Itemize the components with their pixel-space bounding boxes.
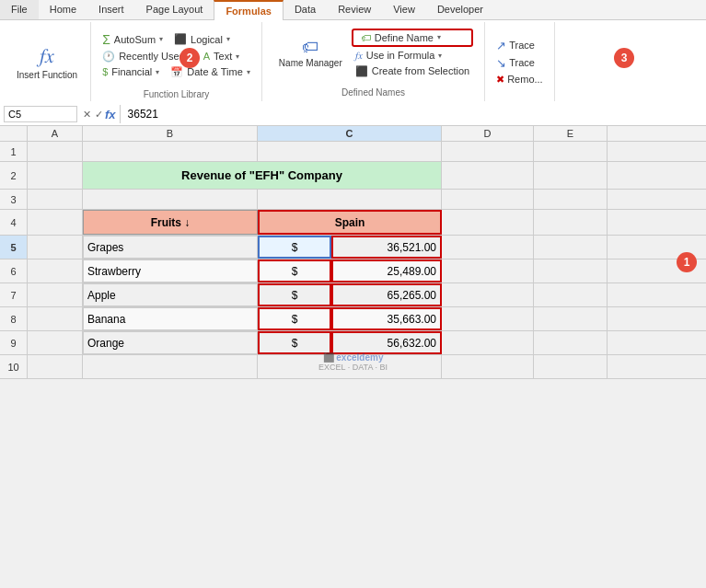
cell-e3[interactable]	[442, 190, 534, 209]
fruits-header[interactable]: Fruits ↓	[83, 210, 258, 235]
title-cell[interactable]: Revenue of "EFH" Company	[83, 162, 442, 189]
define-name-dropdown[interactable]: ▾	[437, 33, 441, 41]
orange-label[interactable]: Orange	[83, 331, 258, 354]
cell-b4[interactable]	[28, 210, 83, 235]
tab-developer[interactable]: Developer	[426, 0, 494, 19]
grapes-label[interactable]: Grapes	[83, 236, 258, 259]
strawberry-dollar[interactable]: $	[258, 259, 331, 282]
text-button[interactable]: A Text ▾	[200, 50, 244, 63]
cell-e10[interactable]	[442, 355, 534, 378]
name-box[interactable]	[4, 106, 77, 122]
cell-f3[interactable]	[534, 190, 608, 209]
use-in-formula-button[interactable]: 𝑓𝑥 Use in Formula ▾	[352, 49, 473, 63]
apple-label[interactable]: Apple	[83, 283, 258, 306]
trace-precedents-button[interactable]: ↗ Trace	[492, 38, 547, 53]
orange-dollar[interactable]: $	[258, 331, 331, 354]
cell-e5[interactable]	[442, 236, 534, 259]
cancel-button[interactable]: ✕	[81, 107, 93, 122]
cell-f1[interactable]	[534, 142, 608, 161]
cell-b1[interactable]	[28, 142, 83, 161]
strawberry-amount[interactable]: 25,489.00	[331, 259, 442, 282]
text-dropdown[interactable]: ▾	[236, 52, 239, 61]
function-library-label: Function Library	[144, 86, 210, 99]
remove-arrows-button[interactable]: ✖ Remo...	[492, 73, 547, 86]
spreadsheet-area: A B C D E 1 2 3 4 5 6 7 8 9 10	[0, 126, 706, 379]
autosum-dropdown[interactable]: ▾	[159, 35, 163, 43]
cell-c3[interactable]	[83, 190, 258, 209]
tab-view[interactable]: View	[382, 0, 426, 19]
cell-b3[interactable]	[28, 190, 83, 209]
grapes-amount[interactable]: 36,521.00	[331, 236, 442, 259]
cell-f2[interactable]	[534, 162, 608, 189]
grapes-text: Grapes	[87, 241, 123, 254]
insert-function-button[interactable]: 𝑓𝑥 Insert Function	[11, 42, 83, 82]
spain-header[interactable]: Spain	[258, 210, 442, 235]
cell-e1[interactable]	[442, 142, 534, 161]
use-in-formula-dropdown[interactable]: ▾	[438, 52, 442, 60]
cell-f6[interactable]	[534, 259, 608, 282]
orange-amount[interactable]: 56,632.00	[331, 331, 442, 354]
confirm-button[interactable]: ✓	[93, 107, 105, 122]
date-time-button[interactable]: 📅 Date & Time ▾	[167, 65, 254, 79]
tab-formulas[interactable]: Formulas	[214, 0, 284, 20]
financial-dropdown[interactable]: ▾	[156, 68, 159, 76]
insert-function-label: Insert Function	[17, 70, 77, 80]
cell-f7[interactable]	[534, 283, 608, 306]
cell-e8[interactable]	[442, 307, 534, 330]
financial-button[interactable]: $ Financial ▾	[98, 65, 163, 78]
cell-b10[interactable]	[28, 355, 83, 378]
row-num-5: 5	[0, 236, 27, 259]
cell-e4[interactable]	[442, 210, 534, 235]
cell-e7[interactable]	[442, 283, 534, 306]
cell-c10[interactable]	[83, 355, 258, 378]
cell-b9[interactable]	[28, 331, 83, 354]
logical-button[interactable]: ⬛ Logical ▾	[170, 32, 234, 46]
cell-f9[interactable]	[534, 331, 608, 354]
col-header-b: B	[83, 126, 258, 141]
cell-e2[interactable]	[442, 162, 534, 189]
cell-f10[interactable]	[534, 355, 608, 378]
apple-amount[interactable]: 65,265.00	[331, 283, 442, 306]
tab-page-layout[interactable]: Page Layout	[135, 0, 214, 19]
grapes-value[interactable]: $	[258, 236, 331, 259]
cell-b6[interactable]	[28, 259, 83, 282]
cell-d3[interactable]	[258, 190, 442, 209]
table-row: Revenue of "EFH" Company	[28, 162, 706, 190]
tab-home[interactable]: Home	[39, 0, 87, 19]
banana-label[interactable]: Banana	[83, 307, 258, 330]
cell-b7[interactable]	[28, 283, 83, 306]
cell-e6[interactable]	[442, 259, 534, 282]
cell-f4[interactable]	[534, 210, 608, 235]
logical-dropdown[interactable]: ▾	[226, 35, 230, 43]
create-from-selection-button[interactable]: ⬛ Create from Selection	[352, 64, 473, 78]
cell-c1[interactable]	[83, 142, 258, 161]
formula-input[interactable]	[126, 106, 702, 122]
strawberry-label[interactable]: Strawberry	[83, 259, 258, 282]
cell-b8[interactable]	[28, 307, 83, 330]
cell-b5[interactable]	[28, 236, 83, 259]
cell-f8[interactable]	[534, 307, 608, 330]
banana-amount-text: 35,663.00	[388, 313, 436, 326]
cell-b2[interactable]	[28, 162, 83, 189]
column-headers: A B C D E	[0, 126, 706, 142]
date-time-dropdown[interactable]: ▾	[247, 68, 250, 76]
tab-data[interactable]: Data	[284, 0, 327, 19]
define-name-button[interactable]: 🏷 Define Name ▾	[357, 31, 445, 44]
banana-dollar[interactable]: $	[258, 307, 331, 330]
tab-insert[interactable]: Insert	[87, 0, 135, 19]
trace-dependents-button[interactable]: ↘ Trace	[492, 55, 547, 71]
apple-dollar[interactable]: $	[258, 283, 331, 306]
autosum-button[interactable]: Σ AutoSum ▾	[98, 31, 167, 48]
tab-file[interactable]: File	[0, 0, 39, 19]
cell-f5[interactable]	[534, 236, 608, 259]
row-num-1: 1	[0, 142, 27, 162]
name-manager-button[interactable]: 🏷 Name Manager	[273, 36, 348, 71]
trace-precedents-icon: ↗	[496, 39, 506, 52]
orange-text: Orange	[87, 337, 124, 350]
ribbon-tabs: File Home Insert Page Layout Formulas Da…	[0, 0, 706, 20]
function-icon: 𝑓𝑥	[40, 44, 54, 68]
cell-d1[interactable]	[258, 142, 442, 161]
banana-amount[interactable]: 35,663.00	[331, 307, 442, 330]
tab-review[interactable]: Review	[327, 0, 382, 19]
cell-e9[interactable]	[442, 331, 534, 354]
